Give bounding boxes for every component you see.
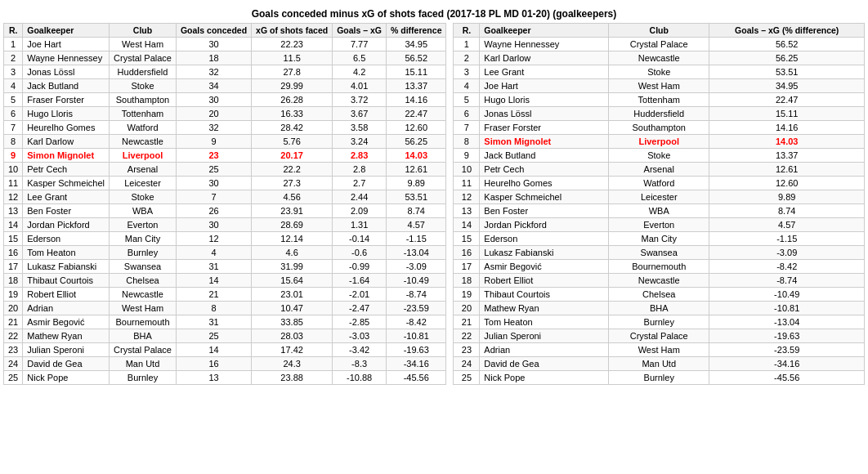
left-rank-14: 14 (4, 218, 23, 232)
left-club-14: Man City (110, 232, 177, 246)
right-val-20: -13.04 (709, 315, 865, 329)
left-goals-6: 32 (176, 121, 251, 135)
right-rank-12: 12 (454, 190, 480, 204)
left-xg-9: 22.2 (252, 163, 333, 177)
left-rank-24: 24 (4, 357, 23, 371)
left-club-13: Everton (110, 218, 177, 232)
left-club-11: Stoke (110, 190, 177, 204)
left-gk-3: Jack Butland (23, 79, 110, 93)
left-pct-4: 14.16 (387, 93, 446, 107)
right-gk-11: Kasper Schmeichel (480, 190, 609, 204)
left-pct-2: 15.11 (387, 65, 446, 79)
left-rank-15: 15 (4, 232, 23, 246)
right-gk-10: Heurelho Gomes (480, 177, 609, 190)
right-val-7: 14.03 (709, 135, 865, 149)
left-club-3: Stoke (110, 79, 177, 93)
left-pct-21: -10.81 (387, 329, 446, 343)
left-gk-10: Kasper Schmeichel (23, 177, 110, 190)
left-club-5: Tottenham (110, 107, 177, 121)
left-goals-9: 25 (176, 163, 251, 177)
right-gk-9: Petr Cech (480, 163, 609, 177)
left-xg-6: 28.42 (252, 121, 333, 135)
left-goals-23: 16 (176, 357, 251, 371)
right-club-6: Southampton (609, 121, 709, 135)
left-goals-20: 31 (176, 315, 251, 329)
left-goals-16: 31 (176, 260, 251, 274)
right-rank-10: 10 (454, 163, 480, 177)
left-goals-7: 9 (176, 135, 251, 149)
right-club-14: Man City (609, 232, 709, 246)
left-club-6: Watford (110, 121, 177, 135)
right-club-18: Chelsea (609, 288, 709, 302)
left-gk-23: David de Gea (23, 357, 110, 371)
left-gk-19: Adrian (23, 302, 110, 315)
left-diff-22: -3.42 (333, 343, 387, 357)
left-xg-14: 12.14 (252, 232, 333, 246)
left-xg-12: 23.91 (252, 204, 333, 218)
left-xg-18: 23.01 (252, 288, 333, 302)
left-goals-14: 12 (176, 232, 251, 246)
th-rank-right: R. (454, 24, 480, 38)
left-pct-20: -8.42 (387, 315, 446, 329)
left-diff-17: -1.64 (333, 274, 387, 288)
left-pct-15: -13.04 (387, 246, 446, 260)
left-club-12: WBA (110, 204, 177, 218)
left-diff-18: -2.01 (333, 288, 387, 302)
left-club-8: Liverpool (110, 149, 177, 163)
left-rank-9: 9 (4, 149, 23, 163)
left-pct-8: 14.03 (387, 149, 446, 163)
left-rank-2: 2 (4, 51, 23, 65)
right-rank-7: 7 (454, 121, 480, 135)
left-diff-16: -0.99 (333, 260, 387, 274)
left-club-16: Swansea (110, 260, 177, 274)
right-club-19: BHA (609, 302, 709, 315)
left-diff-5: 3.67 (333, 107, 387, 121)
right-rank-22: 22 (454, 329, 480, 343)
left-pct-22: -19.63 (387, 343, 446, 357)
right-val-1: 56.25 (709, 51, 865, 65)
left-club-7: Newcastle (110, 135, 177, 149)
left-rank-12: 12 (4, 190, 23, 204)
right-rank-19: 19 (454, 288, 480, 302)
right-val-8: 13.37 (709, 149, 865, 163)
left-goals-13: 30 (176, 218, 251, 232)
left-goals-0: 30 (176, 38, 251, 51)
left-goals-11: 7 (176, 190, 251, 204)
left-diff-11: 2.44 (333, 190, 387, 204)
left-goals-17: 14 (176, 274, 251, 288)
th-gk-right: Goalkeeper (480, 24, 609, 38)
left-club-1: Crystal Palace (110, 51, 177, 65)
left-pct-3: 13.37 (387, 79, 446, 93)
left-gk-4: Fraser Forster (23, 93, 110, 107)
right-club-7: Liverpool (609, 135, 709, 149)
right-rank-2: 2 (454, 51, 480, 65)
right-val-22: -23.59 (709, 343, 865, 357)
left-gk-1: Wayne Hennessey (23, 51, 110, 65)
right-club-20: Burnley (609, 315, 709, 329)
left-xg-2: 27.8 (252, 65, 333, 79)
left-xg-24: 23.88 (252, 371, 333, 385)
left-diff-9: 2.8 (333, 163, 387, 177)
right-club-2: Stoke (609, 65, 709, 79)
right-gk-0: Wayne Hennessey (480, 38, 609, 51)
right-club-12: WBA (609, 204, 709, 218)
right-val-10: 12.60 (709, 177, 865, 190)
left-diff-15: -0.6 (333, 246, 387, 260)
tables-wrapper: R. Goalkeeper Club Goals conceded xG of … (3, 23, 865, 385)
th-pct-left: % difference (387, 24, 446, 38)
left-club-17: Chelsea (110, 274, 177, 288)
left-club-23: Man Utd (110, 357, 177, 371)
right-gk-13: Jordan Pickford (480, 218, 609, 232)
left-gk-24: Nick Pope (23, 371, 110, 385)
right-club-13: Everton (609, 218, 709, 232)
left-gk-6: Heurelho Gomes (23, 121, 110, 135)
left-pct-5: 22.47 (387, 107, 446, 121)
right-val-0: 56.52 (709, 38, 865, 51)
right-gk-16: Asmir Begović (480, 260, 609, 274)
right-club-17: Newcastle (609, 274, 709, 288)
left-gk-5: Hugo Lloris (23, 107, 110, 121)
left-diff-24: -10.88 (333, 371, 387, 385)
right-rank-15: 15 (454, 232, 480, 246)
left-rank-4: 4 (4, 79, 23, 93)
right-val-12: 8.74 (709, 204, 865, 218)
